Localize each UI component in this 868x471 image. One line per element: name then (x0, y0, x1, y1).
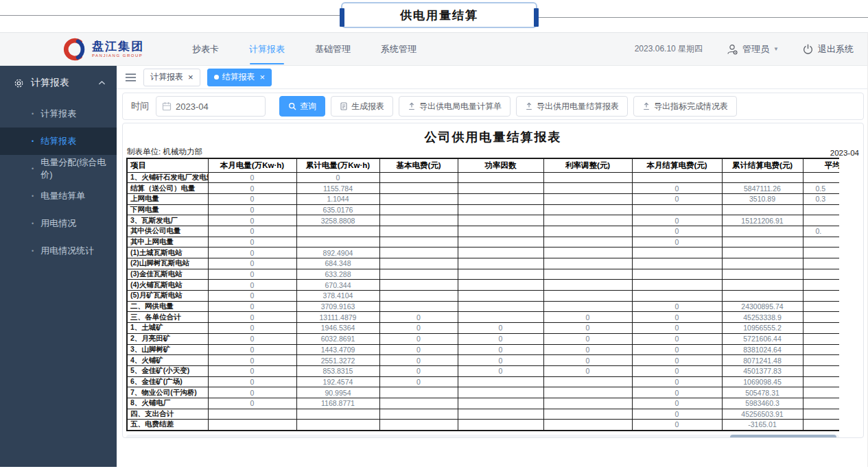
view-tab[interactable]: 结算报表 × (207, 69, 272, 86)
value-cell: 0 (208, 333, 296, 344)
sidebar-item[interactable]: • 用电情况 (0, 210, 117, 237)
value-cell: 633.288 (296, 269, 379, 280)
generate-report-button[interactable]: 生成报表 (331, 96, 393, 117)
export-indicator-label: 导出指标完成情况表 (654, 101, 728, 112)
value-cell: 0. (803, 226, 839, 237)
bullet-icon: • (32, 220, 34, 227)
search-icon (288, 102, 296, 110)
close-icon[interactable]: × (188, 73, 193, 82)
table-row: 4、火铺矿 0 2551.3272 0 0 0 0 8071241.48 (127, 355, 839, 366)
export-indicator-button[interactable]: 导出指标完成情况表 (633, 96, 737, 117)
column-header: 平均电价 (803, 158, 839, 172)
banner-line-left (0, 15, 342, 16)
top-nav-item[interactable]: 抄表卡 (177, 33, 234, 66)
bullet-icon: • (32, 110, 34, 117)
value-cell (379, 291, 458, 302)
value-cell (458, 183, 543, 194)
value-cell (803, 215, 839, 226)
value-cell: 0 (632, 215, 722, 226)
time-picker[interactable] (156, 96, 266, 117)
report-unit: 制表单位: 机械动力部 (127, 147, 202, 157)
value-cell: 13111.4879 (296, 312, 379, 323)
top-nav-item[interactable]: 计算报表 (234, 33, 300, 66)
sidebar-item[interactable]: • 电量分配(综合电价) (0, 155, 117, 182)
value-cell: 0 (208, 280, 296, 291)
export-bureau-calc-button[interactable]: 导出供电局电量计算单 (399, 96, 511, 117)
hamburger-icon[interactable] (125, 73, 137, 82)
value-cell: 0 (632, 183, 722, 194)
value-cell (543, 420, 632, 431)
value-cell (296, 409, 379, 420)
user-menu[interactable]: 管理员 ▼ (726, 43, 779, 56)
table-row: (1)土城瓦斯电站 0 892.4904 (127, 247, 839, 258)
value-cell: 1.1044 (296, 193, 379, 204)
value-cell: 0 (632, 344, 722, 355)
value-cell: 0 (458, 323, 543, 334)
value-cell: 635.0176 (296, 204, 379, 215)
value-cell (803, 247, 839, 258)
sidebar-item-label: 用电情况统计 (40, 245, 94, 257)
value-cell (722, 280, 803, 291)
value-cell: 0 (208, 312, 296, 323)
value-cell: 0 (632, 333, 722, 344)
calendar-icon (162, 101, 172, 111)
top-nav-item-label: 抄表卡 (192, 43, 219, 56)
value-cell (543, 280, 632, 291)
sidebar-item[interactable]: • 用电情况统计 (0, 237, 117, 265)
sidebar-group-reports[interactable]: 计算报表 (0, 66, 117, 100)
item-cell: 1、火铺矸石发电厂发电量 (127, 172, 208, 183)
value-cell: 378.4104 (296, 291, 379, 302)
horizontal-scrollbar[interactable] (126, 435, 839, 439)
value-cell: 0 (208, 387, 296, 398)
horizontal-scrollbar-thumb[interactable] (730, 435, 836, 439)
top-nav-item[interactable]: 系统管理 (366, 33, 432, 66)
item-cell: (3)金佳瓦斯电站 (127, 269, 208, 280)
value-cell (458, 215, 543, 226)
time-input[interactable] (176, 101, 259, 112)
value-cell: 0 (632, 376, 722, 387)
value-cell (722, 258, 803, 269)
value-cell (458, 301, 543, 312)
value-cell: 0 (543, 312, 632, 323)
value-cell: 3510.89 (722, 193, 803, 204)
value-cell: 192.4574 (296, 376, 379, 387)
logout-button[interactable]: 退出系统 (802, 43, 854, 56)
item-cell: (4)火铺瓦斯电站 (127, 280, 208, 291)
export-settlement-report-label: 导出供用电量结算报表 (537, 101, 619, 112)
view-tab[interactable]: 计算报表 × (143, 69, 200, 86)
value-cell: 0 (458, 365, 543, 376)
chevron-up-icon[interactable] (98, 80, 106, 86)
value-cell: 670.344 (296, 280, 379, 291)
value-cell (803, 398, 839, 409)
item-cell: (5)月矿瓦斯电站 (127, 291, 208, 302)
export-settlement-report-button[interactable]: 导出供用电量结算报表 (516, 96, 628, 117)
top-nav-item[interactable]: 基础管理 (300, 33, 366, 66)
sidebar-item[interactable]: • 计算报表 (0, 100, 117, 128)
value-cell: 0 (543, 344, 632, 355)
item-cell: 5、金佳矿(小天变) (127, 365, 208, 376)
close-icon[interactable]: × (260, 73, 266, 82)
value-cell: 1946.5364 (296, 323, 379, 334)
column-header: 累计结算电费(元) (722, 158, 803, 172)
sidebar-item[interactable]: • 电量结算单 (0, 182, 117, 210)
sidebar-item[interactable]: • 结算报表 (0, 128, 117, 155)
value-cell: -3165.01 (722, 420, 803, 431)
table-row: 5、金佳矿(小天变) 0 853.8315 0 0 0 0 4501377.83 (127, 365, 839, 376)
sidebar-item-label: 结算报表 (40, 135, 76, 147)
item-cell: 结算（送公司）电量 (127, 183, 208, 194)
value-cell (803, 409, 839, 420)
value-cell: 8381024.64 (722, 344, 803, 355)
item-cell: 其中上网电量 (127, 237, 208, 247)
value-cell (803, 258, 839, 269)
column-header: 本月结算电费(元) (632, 158, 722, 172)
value-cell (803, 323, 839, 334)
bullet-icon: • (32, 138, 34, 145)
query-button[interactable]: 查询 (279, 96, 325, 117)
value-cell: 0 (458, 355, 543, 366)
value-cell (379, 398, 458, 409)
table-row: 其中上网电量 0 0 (127, 237, 839, 247)
value-cell: 0.5 (803, 183, 839, 194)
table-row: 下网电量 0 635.0176 (127, 204, 839, 215)
value-cell: 0 (632, 323, 722, 334)
power-icon (802, 43, 814, 55)
